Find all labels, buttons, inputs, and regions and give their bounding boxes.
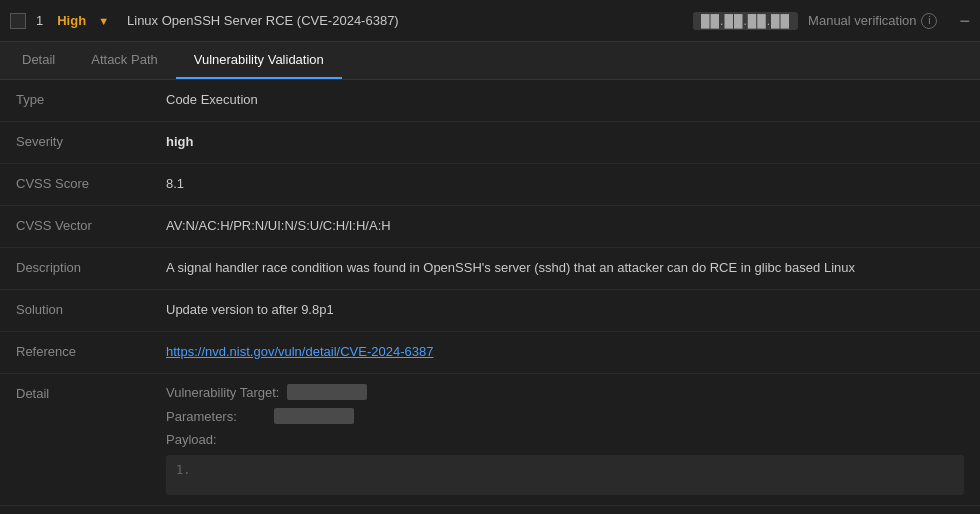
line-number: 1. xyxy=(176,463,192,477)
cvss-vector-row: CVSS Vector AV:N/AC:H/PR:N/UI:N/S:U/C:H/… xyxy=(0,206,980,248)
manual-verification-label: Manual verification i xyxy=(808,13,937,29)
select-checkbox[interactable] xyxy=(10,13,26,29)
vuln-title: Linux OpenSSH Server RCE (CVE-2024-6387) xyxy=(127,13,683,28)
detail-section-content: Vulnerability Target: Parameters: Payloa… xyxy=(150,374,980,505)
reference-label: Reference xyxy=(0,332,150,371)
reference-link[interactable]: https://nvd.nist.gov/vuln/detail/CVE-202… xyxy=(166,344,433,359)
payload-row: Payload: xyxy=(166,432,964,447)
description-row: Description A signal handler race condit… xyxy=(0,248,980,290)
vuln-target-value xyxy=(287,384,367,400)
severity-label: Severity xyxy=(0,122,150,161)
vuln-target-row: Vulnerability Target: xyxy=(166,384,964,400)
type-label: Type xyxy=(0,80,150,119)
severity-row: Severity high xyxy=(0,122,980,164)
cvss-score-row: CVSS Score 8.1 xyxy=(0,164,980,206)
cvss-score-label: CVSS Score xyxy=(0,164,150,203)
cvss-vector-value: AV:N/AC:H/PR:N/UI:N/S:U/C:H/I:H/A:H xyxy=(150,206,980,245)
detail-section: Detail Vulnerability Target: Parameters:… xyxy=(0,374,980,506)
type-row: Type Code Execution xyxy=(0,80,980,122)
detail-section-label: Detail xyxy=(0,374,150,413)
content-area: Type Code Execution Severity high CVSS S… xyxy=(0,80,980,514)
description-value: A signal handler race condition was foun… xyxy=(150,248,980,287)
solution-label: Solution xyxy=(0,290,150,329)
vulnerability-header: 1 High ▼ Linux OpenSSH Server RCE (CVE-2… xyxy=(0,0,980,42)
minimize-button[interactable]: − xyxy=(959,12,970,30)
parameters-label: Parameters: xyxy=(166,409,266,424)
severity-value: high xyxy=(150,122,980,161)
solution-row: Solution Update version to after 9.8p1 xyxy=(0,290,980,332)
vuln-number: 1 xyxy=(36,13,43,28)
manual-verification-text: Manual verification xyxy=(808,13,916,28)
reference-value[interactable]: https://nvd.nist.gov/vuln/detail/CVE-202… xyxy=(150,332,980,371)
description-label: Description xyxy=(0,248,150,287)
reference-row: Reference https://nvd.nist.gov/vuln/deta… xyxy=(0,332,980,374)
payload-label: Payload: xyxy=(166,432,266,447)
payload-container: 1. xyxy=(166,455,964,495)
tab-vulnerability-validation[interactable]: Vulnerability Validation xyxy=(176,41,342,79)
parameters-value xyxy=(274,408,354,424)
payload-line-1: 1. xyxy=(176,463,954,477)
parameters-row: Parameters: xyxy=(166,408,964,424)
severity-badge: High xyxy=(57,13,86,28)
tab-bar: Detail Attack Path Vulnerability Validat… xyxy=(0,42,980,80)
vuln-target-label: Vulnerability Target: xyxy=(166,385,279,400)
info-icon[interactable]: i xyxy=(921,13,937,29)
tab-detail[interactable]: Detail xyxy=(4,41,73,79)
type-value: Code Execution xyxy=(150,80,980,119)
tab-attack-path[interactable]: Attack Path xyxy=(73,41,175,79)
cvss-vector-label: CVSS Vector xyxy=(0,206,150,245)
solution-value: Update version to after 9.8p1 xyxy=(150,290,980,329)
host-badge: ██.██.██.██ xyxy=(693,12,798,30)
cvss-score-value: 8.1 xyxy=(150,164,980,203)
severity-arrow-icon: ▼ xyxy=(98,15,109,27)
